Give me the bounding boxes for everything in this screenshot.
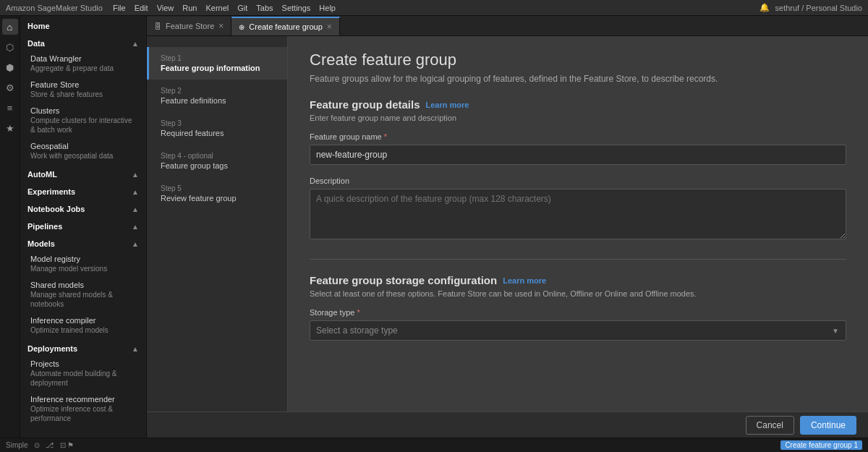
data-icon[interactable]: ⬡: [2, 39, 18, 55]
tab-close[interactable]: ×: [218, 21, 224, 31]
storage-type-select[interactable]: Select a storage type: [310, 320, 846, 341]
star-icon[interactable]: ★: [2, 120, 18, 136]
learn-more-2[interactable]: Learn more: [503, 276, 546, 285]
arrow-icon: ▲: [132, 40, 139, 48]
tab-label: Feature Store: [166, 22, 214, 30]
tab-create-feature-group[interactable]: ⊕Create feature group×: [231, 17, 340, 35]
user-label: sethruf / Personal Studio: [775, 4, 862, 12]
sidebar-item-shared-models[interactable]: Shared modelsManage shared models & note…: [20, 277, 146, 312]
arrow-icon: ▲: [132, 223, 139, 231]
sidebar-item-model-registry[interactable]: Model registryManage model versions: [20, 251, 146, 277]
section1-desc: Enter feature group name and description: [310, 114, 846, 122]
branch-icon: ⎇: [46, 441, 54, 449]
menu-edit[interactable]: Edit: [135, 4, 148, 12]
menu-run[interactable]: Run: [182, 4, 197, 12]
section-models[interactable]: Models▲: [20, 234, 146, 251]
arrow-icon: ▲: [132, 240, 139, 248]
page-content: Step 1Feature group informationStep 2Fea…: [147, 36, 868, 412]
menu-help[interactable]: Help: [319, 4, 336, 12]
step-feature-group-information[interactable]: Step 1Feature group information: [147, 47, 287, 80]
section-pipelines[interactable]: Pipelines▲: [20, 216, 146, 234]
section-data[interactable]: Data▲: [20, 33, 146, 51]
menu-view[interactable]: View: [157, 4, 174, 12]
section1-title: Feature group details Learn more: [310, 98, 846, 111]
continue-button[interactable]: Continue: [800, 416, 856, 435]
list-icon[interactable]: ≡: [2, 100, 18, 116]
sidebar-item-inference-recommender[interactable]: Inference recommenderOptimize inference …: [20, 391, 146, 427]
menu-file[interactable]: File: [113, 4, 126, 12]
sidebar-item-data-wrangler[interactable]: Data WranglerAggregate & prepare data: [20, 51, 146, 77]
sidebar: Home Data▲Data WranglerAggregate & prepa…: [20, 16, 147, 438]
settings-icon[interactable]: ⚙: [2, 80, 18, 95]
file-icons: ⊡ ⚑: [60, 441, 75, 449]
extensions-icon[interactable]: ⬢: [2, 59, 18, 75]
page-header: Create feature group Feature groups allo…: [310, 51, 846, 84]
notification-icon[interactable]: 🔔: [760, 3, 770, 12]
tab-icon: 🗄: [154, 22, 161, 30]
menu-kernel[interactable]: Kernel: [205, 4, 229, 12]
sidebar-item-geospatial[interactable]: GeospatialWork with geospatial data: [20, 138, 146, 164]
learn-more-1[interactable]: Learn more: [426, 101, 469, 109]
menu-settings[interactable]: Settings: [282, 4, 311, 12]
tab-feature-store[interactable]: 🗄Feature Store×: [147, 17, 231, 35]
content-area: 🗄Feature Store×⊕Create feature group× St…: [147, 16, 868, 438]
top-bar: Amazon SageMaker Studio FileEditViewRunK…: [0, 0, 868, 16]
section-deployments[interactable]: Deployments▲: [20, 338, 146, 356]
section2-desc: Select at least one of these options. Fe…: [310, 289, 846, 298]
arrow-icon: ▲: [132, 205, 139, 213]
section-experiments[interactable]: Experiments▲: [20, 182, 146, 199]
icon-strip: ⌂ ⬡ ⬢ ⚙ ≡ ★: [0, 16, 20, 438]
sidebar-item-clusters[interactable]: ClustersCompute clusters for interactive…: [20, 103, 146, 138]
sidebar-item-projects[interactable]: ProjectsAutomate model building & deploy…: [20, 356, 146, 391]
desc-label: Description: [310, 176, 846, 185]
feature-group-details-section: Feature group details Learn more Enter f…: [310, 98, 846, 242]
status-right: Create feature group 1: [780, 441, 862, 449]
tab-icon: ⊕: [239, 23, 244, 31]
description-textarea[interactable]: [310, 189, 846, 239]
sidebar-item-inference-compiler[interactable]: Inference compilerOptimize trained model…: [20, 312, 146, 338]
step-required-features[interactable]: Step 3Required features: [147, 112, 287, 145]
menu-git[interactable]: Git: [237, 4, 247, 12]
tab-label: Create feature group: [249, 22, 323, 31]
page-title: Create feature group: [310, 51, 846, 69]
name-label: Feature group name *: [310, 132, 846, 141]
page-subtitle: Feature groups allow for the logical gro…: [310, 74, 846, 84]
home-section[interactable]: Home: [20, 16, 146, 33]
step-feature-definitions[interactable]: Step 2Feature definitions: [147, 80, 287, 112]
arrow-icon: ▲: [132, 345, 139, 353]
arrow-icon: ▲: [132, 188, 139, 196]
home-label: Home: [27, 22, 50, 30]
status-left: Simple ⊙ ⎇ ⊡ ⚑: [6, 441, 74, 449]
storage-label: Storage type *: [310, 308, 846, 317]
section-automl[interactable]: AutoML▲: [20, 164, 146, 182]
footer: Cancel Continue: [147, 412, 868, 438]
storage-config-section: Feature group storage configuration Lear…: [310, 274, 846, 341]
simple-label: Simple: [6, 441, 28, 449]
step-review-feature-group[interactable]: Step 5Review feature group: [147, 177, 287, 210]
form-area: Create feature group Feature groups allo…: [288, 36, 868, 412]
menu-tabs[interactable]: Tabs: [256, 4, 273, 12]
app-title: Amazon SageMaker Studio: [6, 4, 103, 12]
status-tag: Create feature group 1: [780, 440, 862, 450]
section-notebook-jobs[interactable]: Notebook Jobs▲: [20, 199, 146, 216]
storage-select-wrapper: Select a storage type: [310, 320, 846, 341]
home-icon[interactable]: ⌂: [2, 19, 18, 35]
section2-title: Feature group storage configuration Lear…: [310, 274, 846, 286]
feature-group-name-group: Feature group name *: [310, 132, 846, 165]
feature-group-name-input[interactable]: [310, 145, 846, 165]
stepper-sidebar: Step 1Feature group informationStep 2Fea…: [147, 36, 288, 412]
cancel-button[interactable]: Cancel: [746, 416, 794, 435]
toggle-icon: ⊙: [34, 441, 40, 449]
tab-close[interactable]: ×: [327, 22, 332, 32]
sidebar-item-feature-store[interactable]: Feature StoreStore & share features: [20, 77, 146, 103]
section-divider: [310, 259, 846, 260]
storage-type-group: Storage type * Select a storage type: [310, 308, 846, 341]
arrow-icon: ▲: [132, 171, 139, 179]
description-group: Description: [310, 176, 846, 242]
tab-bar: 🗄Feature Store×⊕Create feature group×: [147, 16, 868, 36]
status-bar: Simple ⊙ ⎇ ⊡ ⚑ Create feature group 1: [0, 438, 868, 452]
step-feature-group-tags[interactable]: Step 4 - optionalFeature group tags: [147, 145, 287, 177]
